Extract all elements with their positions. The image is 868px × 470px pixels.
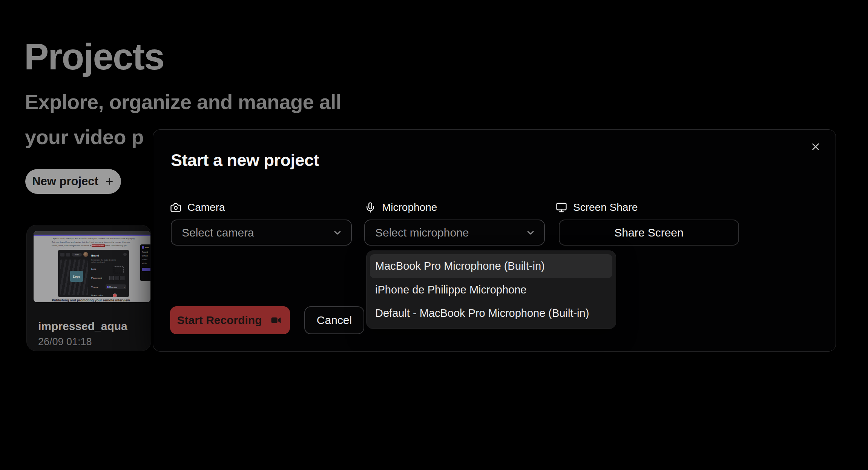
microphone-icon bbox=[365, 202, 376, 213]
thumbnail-bottom-heading: Publishing and promoting your remote int… bbox=[52, 298, 130, 302]
panel-logo-upload-box bbox=[114, 266, 124, 273]
panel-brand-label: Brand bbox=[91, 254, 99, 257]
page-subtitle-line2: your video p bbox=[25, 125, 144, 149]
video-camera-icon bbox=[269, 315, 283, 326]
side-card-cta-button bbox=[142, 268, 150, 271]
microphone-option-default[interactable]: Default - MacBook Pro Microphone (Built-… bbox=[370, 301, 612, 325]
thumbnail-accent-line bbox=[34, 235, 150, 236]
panel-theme-label: Theme bbox=[91, 286, 98, 288]
panel-brand-color-label: Brand color bbox=[91, 294, 103, 296]
thumbnail-side-card: RIVE Record without Transc within bbox=[140, 244, 150, 281]
camera-select-value: Select camera bbox=[182, 226, 332, 239]
new-project-label: New project bbox=[32, 175, 98, 188]
camera-icon bbox=[170, 202, 181, 213]
cancel-button[interactable]: Cancel bbox=[304, 306, 364, 334]
avatar bbox=[83, 252, 88, 257]
thumbnail-studio-panel: Invite Logo Brand Personalize the studio… bbox=[58, 250, 129, 297]
side-card-brand: RIVE bbox=[145, 246, 149, 249]
microphone-dropdown-menu: MacBook Pro Microphone (Built-in) iPhone… bbox=[366, 250, 616, 329]
thumbnail-paragraph-line2: Put your brand front and center, but don… bbox=[52, 241, 130, 243]
microphone-option-iphone[interactable]: iPhone de Philippe Microphone bbox=[370, 278, 612, 302]
start-new-project-modal: Start a new project Camera Microphone Sc… bbox=[153, 129, 836, 352]
camera-select[interactable]: Select camera bbox=[171, 220, 352, 246]
screen-share-field-label: Screen Share bbox=[556, 201, 638, 213]
microphone-select-value: Select microphone bbox=[375, 226, 525, 239]
panel-placement-option bbox=[109, 276, 114, 280]
panel-video-preview: Logo bbox=[60, 260, 88, 295]
share-screen-button[interactable]: Share Screen bbox=[559, 220, 739, 246]
panel-invite-button: Invite bbox=[72, 253, 82, 257]
modal-title: Start a new project bbox=[171, 151, 319, 170]
thumbnail-paragraph-line1: Layer in b-roll, overlays, and sound to … bbox=[52, 237, 135, 240]
project-thumbnail: Layer in b-roll, overlays, and sound to … bbox=[34, 231, 150, 302]
project-name: impressed_aqua bbox=[38, 320, 127, 333]
microphone-option-macbook[interactable]: MacBook Pro Microphone (Built-in) bbox=[370, 254, 612, 278]
panel-logo-label: Logo bbox=[91, 268, 96, 270]
theme-leaf-icon bbox=[107, 286, 109, 288]
monitor-icon bbox=[556, 202, 567, 213]
microphone-select[interactable]: Select microphone bbox=[364, 220, 545, 246]
project-timestamp: 26/09 01:18 bbox=[38, 336, 92, 348]
thumbnail-redline-text: branded look bbox=[92, 244, 104, 247]
caret-down-icon: v bbox=[124, 286, 125, 288]
camera-field-label: Camera bbox=[170, 201, 225, 213]
page-subtitle-line1: Explore, organize and manage all bbox=[25, 90, 341, 114]
panel-close-circle bbox=[123, 253, 127, 256]
panel-caption-line2: reflect your brand. bbox=[91, 261, 105, 263]
panel-tool-icon bbox=[60, 253, 64, 257]
panel-placement-option bbox=[115, 276, 119, 280]
panel-theme-select: Riverside v bbox=[106, 284, 126, 289]
start-recording-button[interactable]: Start Recording bbox=[170, 306, 290, 334]
panel-caption-line1: Personalize the studio design to bbox=[91, 259, 116, 261]
thumbnail-browser-chrome bbox=[34, 231, 150, 235]
close-icon bbox=[810, 141, 821, 152]
logo-chip: Logo bbox=[70, 271, 83, 282]
panel-tool-icon bbox=[66, 253, 70, 257]
panel-placement-option bbox=[120, 276, 124, 280]
chevron-down-icon bbox=[332, 227, 343, 238]
project-card[interactable]: Layer in b-roll, overlays, and sound to … bbox=[26, 225, 151, 351]
thumbnail-paragraph-line3: colors, fonts, and backgrounds to create… bbox=[52, 244, 128, 247]
chevron-down-icon bbox=[525, 227, 536, 238]
brand-color-swatch bbox=[113, 293, 117, 297]
page-title: Projects bbox=[24, 35, 164, 78]
riverside-logo-icon bbox=[142, 246, 144, 249]
app-root: Projects Explore, organize and manage al… bbox=[0, 0, 868, 470]
close-button[interactable] bbox=[808, 139, 824, 155]
microphone-field-label: Microphone bbox=[365, 201, 437, 213]
new-project-button[interactable]: New project bbox=[25, 169, 121, 194]
plus-icon bbox=[104, 177, 114, 186]
panel-placement-label: Placement bbox=[91, 277, 102, 279]
